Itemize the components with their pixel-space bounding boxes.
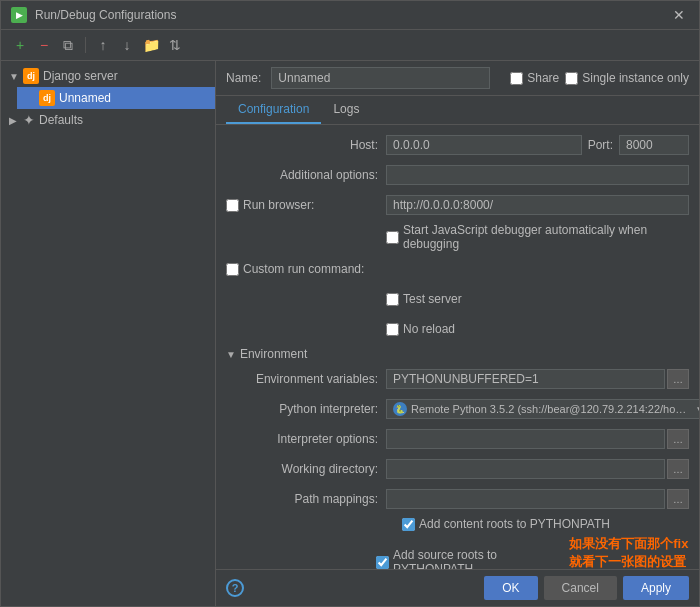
no-reload-label: No reload [403, 322, 455, 336]
apply-button[interactable]: Apply [623, 576, 689, 600]
unnamed-icon: dj [39, 90, 55, 106]
django-server-icon: dj [23, 68, 39, 84]
single-instance-checkbox[interactable] [565, 72, 578, 85]
test-server-checkbox[interactable] [386, 293, 399, 306]
move-down-button[interactable]: ↓ [116, 34, 138, 56]
defaults-icon: ✦ [23, 112, 35, 128]
sidebar-unnamed-label: Unnamed [59, 91, 111, 105]
interpreter-dropdown-arrow: ▼ [695, 404, 699, 415]
name-bar: Name: Unnamed Share Single instance only [216, 61, 699, 96]
name-input[interactable]: Unnamed [271, 67, 490, 89]
dialog-icon: ▶ [11, 7, 27, 23]
js-debugger-checkbox-label[interactable]: Start JavaScript debugger automatically … [386, 223, 689, 251]
run-browser-input[interactable]: http://0.0.0.0:8000/ [386, 195, 689, 215]
working-dir-browse[interactable]: … [667, 459, 689, 479]
run-browser-label: Run browser: [243, 198, 314, 212]
annotation-line2: 就看下一张图的设置流程 [569, 554, 686, 569]
path-mappings-browse[interactable]: … [667, 489, 689, 509]
sort-button[interactable]: ⇅ [164, 34, 186, 56]
dialog-title: Run/Debug Configurations [35, 8, 661, 22]
share-checkbox-label[interactable]: Share [510, 71, 559, 85]
add-content-roots-label[interactable]: Add content roots to PYTHONPATH [402, 517, 610, 531]
custom-run-checkbox-label[interactable]: Custom run command: [226, 262, 378, 276]
env-variables-input[interactable]: PYTHONUNBUFFERED=1 [386, 369, 665, 389]
right-panel: Name: Unnamed Share Single instance only… [216, 61, 699, 606]
configurations-toolbar: + − ⧉ ↑ ↓ 📁 ⇅ [1, 30, 699, 61]
path-mappings-row: Path mappings: … [226, 487, 689, 511]
add-source-roots-row: Add source roots to PYTHONPATH 如果没有下面那个f… [236, 535, 689, 569]
additional-options-input[interactable] [386, 165, 689, 185]
js-debugger-label: Start JavaScript debugger automatically … [403, 223, 689, 251]
close-button[interactable]: ✕ [669, 7, 689, 23]
interp-options-browse[interactable]: … [667, 429, 689, 449]
share-checkbox[interactable] [510, 72, 523, 85]
sidebar-item-defaults[interactable]: ▶ ✦ Defaults [1, 109, 215, 131]
title-bar: ▶ Run/Debug Configurations ✕ [1, 1, 699, 30]
no-reload-checkbox[interactable] [386, 323, 399, 336]
cancel-button[interactable]: Cancel [544, 576, 617, 600]
copy-config-button[interactable]: ⧉ [57, 34, 79, 56]
bottom-bar: ? OK Cancel Apply [216, 569, 699, 606]
environment-label: Environment [240, 347, 307, 361]
share-label: Share [527, 71, 559, 85]
run-browser-form-label: Run browser: [226, 198, 386, 212]
env-variables-row: Environment variables: PYTHONUNBUFFERED=… [226, 367, 689, 391]
tab-logs[interactable]: Logs [321, 96, 371, 124]
interpreter-options-label: Interpreter options: [226, 432, 386, 446]
share-area: Share Single instance only [510, 71, 689, 85]
folder-button[interactable]: 📁 [140, 34, 162, 56]
run-browser-checkbox-label[interactable]: Run browser: [226, 198, 378, 212]
add-source-roots-checkbox[interactable] [376, 556, 389, 569]
remove-config-button[interactable]: − [33, 34, 55, 56]
env-variables-label: Environment variables: [226, 372, 386, 386]
run-debug-dialog: ▶ Run/Debug Configurations ✕ + − ⧉ ↑ ↓ 📁… [0, 0, 700, 607]
port-label: Port: [588, 138, 613, 152]
working-directory-input[interactable] [386, 459, 665, 479]
python-icon: 🐍 [393, 402, 407, 416]
test-server-checkbox-label[interactable]: Test server [386, 292, 462, 306]
host-input[interactable]: 0.0.0.0 [386, 135, 582, 155]
sidebar-item-unnamed[interactable]: dj Unnamed [17, 87, 215, 109]
no-reload-checkbox-label[interactable]: No reload [386, 322, 455, 336]
custom-run-label: Custom run command: [243, 262, 364, 276]
main-content: ▼ dj Django server dj Unnamed ▶ ✦ Defaul… [1, 61, 699, 606]
move-up-button[interactable]: ↑ [92, 34, 114, 56]
sidebar: ▼ dj Django server dj Unnamed ▶ ✦ Defaul… [1, 61, 216, 606]
tabs-bar: Configuration Logs [216, 96, 699, 125]
path-mappings-input[interactable] [386, 489, 665, 509]
test-server-label: Test server [403, 292, 462, 306]
action-buttons: OK Cancel Apply [484, 576, 689, 600]
add-content-roots-checkbox[interactable] [402, 518, 415, 531]
help-button[interactable]: ? [226, 579, 244, 597]
python-interpreter-select[interactable]: 🐍 Remote Python 3.5.2 (ssh://bear@120.79… [386, 399, 699, 419]
tab-configuration[interactable]: Configuration [226, 96, 321, 124]
env-browse-button[interactable]: … [667, 369, 689, 389]
add-source-roots-label[interactable]: Add source roots to PYTHONPATH [376, 548, 547, 569]
working-directory-label: Working directory: [226, 462, 386, 476]
run-browser-checkbox[interactable] [226, 199, 239, 212]
annotation-line1: 如果没有下面那个fix [569, 536, 688, 551]
expand-arrow: ▼ [9, 71, 19, 82]
env-arrow[interactable]: ▼ [226, 349, 236, 360]
sidebar-item-django-server[interactable]: ▼ dj Django server [1, 65, 215, 87]
interpreter-options-row: Interpreter options: … [226, 427, 689, 451]
js-debugger-checkbox[interactable] [386, 231, 399, 244]
add-source-roots-text: Add source roots to PYTHONPATH [393, 548, 547, 569]
interpreter-value: Remote Python 3.5.2 (ssh://bear@120.79.2… [411, 403, 691, 415]
run-browser-row: Run browser: http://0.0.0.0:8000/ [226, 193, 689, 217]
add-content-roots-row: Add content roots to PYTHONPATH [236, 517, 689, 531]
single-instance-checkbox-label[interactable]: Single instance only [565, 71, 689, 85]
ok-button[interactable]: OK [484, 576, 537, 600]
interpreter-options-input[interactable] [386, 429, 665, 449]
port-input[interactable]: 8000 [619, 135, 689, 155]
working-directory-row: Working directory: … [226, 457, 689, 481]
host-label: Host: [226, 138, 386, 152]
additional-options-label: Additional options: [226, 168, 386, 182]
custom-run-checkbox[interactable] [226, 263, 239, 276]
single-instance-label: Single instance only [582, 71, 689, 85]
add-content-roots-text: Add content roots to PYTHONPATH [419, 517, 610, 531]
python-interpreter-row: Python interpreter: 🐍 Remote Python 3.5.… [226, 397, 689, 421]
path-mappings-label: Path mappings: [226, 492, 386, 506]
add-config-button[interactable]: + [9, 34, 31, 56]
no-reload-row: No reload [226, 317, 689, 341]
